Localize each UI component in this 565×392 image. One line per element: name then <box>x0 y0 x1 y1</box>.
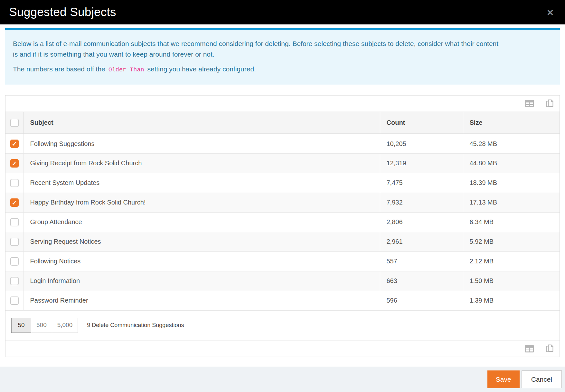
count-cell: 10,205 <box>380 134 463 153</box>
column-header-count[interactable]: Count <box>380 112 463 134</box>
page-size-group: 505005,000 <box>11 318 78 333</box>
column-header-subject[interactable]: Subject <box>24 112 380 134</box>
close-icon[interactable]: × <box>545 6 555 18</box>
subject-cell: Giving Receipt from Rock Solid Church <box>24 153 380 173</box>
count-cell: 2,961 <box>380 232 463 251</box>
copy-icon[interactable] <box>546 344 554 353</box>
copy-icon[interactable] <box>546 99 554 108</box>
table-body: Following Suggestions 10,205 45.28 MB Gi… <box>5 134 560 310</box>
suggestions-grid-panel: Subject Count Size Following Suggestions… <box>5 95 560 357</box>
table-columns-icon[interactable] <box>525 100 534 107</box>
size-cell: 1.39 MB <box>463 291 560 310</box>
row-checkbox-cell <box>5 173 24 193</box>
size-cell: 5.92 MB <box>463 232 560 251</box>
count-cell: 596 <box>380 291 463 310</box>
table-row: Recent System Updates 7,475 18.39 MB <box>5 173 560 193</box>
count-cell: 12,319 <box>380 153 463 173</box>
row-checkbox-cell <box>5 291 24 310</box>
row-checkbox[interactable] <box>10 179 19 187</box>
count-cell: 663 <box>380 271 463 291</box>
pager-summary: 9 Delete Communication Suggestions <box>87 322 184 329</box>
row-checkbox[interactable] <box>10 257 19 266</box>
row-checkbox[interactable] <box>10 198 19 207</box>
suggestions-table: Subject Count Size Following Suggestions… <box>5 112 560 311</box>
table-row: Password Reminder 596 1.39 MB <box>5 291 560 310</box>
subject-cell: Happy Birthday from Rock Solid Church! <box>24 193 380 212</box>
grid-pager: 505005,000 9 Delete Communication Sugges… <box>5 311 560 341</box>
subject-cell: Password Reminder <box>24 291 380 310</box>
size-cell: 2.12 MB <box>463 251 560 271</box>
table-row: Following Suggestions 10,205 45.28 MB <box>5 134 560 153</box>
row-checkbox[interactable] <box>10 238 19 246</box>
row-checkbox-cell <box>5 153 24 173</box>
page-size-button[interactable]: 5,000 <box>52 318 78 333</box>
row-checkbox[interactable] <box>10 296 19 305</box>
row-checkbox[interactable] <box>10 218 19 226</box>
select-all-cell <box>5 112 24 134</box>
column-header-size[interactable]: Size <box>463 112 560 134</box>
table-row: Giving Receipt from Rock Solid Church 12… <box>5 153 560 173</box>
page-size-button[interactable]: 50 <box>11 318 31 333</box>
count-cell: 2,806 <box>380 212 463 232</box>
size-cell: 45.28 MB <box>463 134 560 153</box>
size-cell: 6.34 MB <box>463 212 560 232</box>
page-size-button[interactable]: 500 <box>31 318 52 333</box>
table-row: Following Notices 557 2.12 MB <box>5 251 560 271</box>
save-button[interactable]: Save <box>487 370 520 388</box>
subject-cell: Following Suggestions <box>24 134 380 153</box>
count-cell: 7,475 <box>380 173 463 193</box>
size-cell: 44.80 MB <box>463 153 560 173</box>
table-row: Group Attendance 2,806 6.34 MB <box>5 212 560 232</box>
row-checkbox-cell <box>5 271 24 291</box>
modal-header: Suggested Subjects × <box>0 0 565 24</box>
table-header-row: Subject Count Size <box>5 112 560 134</box>
count-cell: 557 <box>380 251 463 271</box>
table-row: Happy Birthday from Rock Solid Church! 7… <box>5 193 560 212</box>
row-checkbox-cell <box>5 212 24 232</box>
subject-cell: Group Attendance <box>24 212 380 232</box>
modal-title: Suggested Subjects <box>9 5 116 19</box>
table-columns-icon[interactable] <box>525 345 534 352</box>
count-cell: 7,932 <box>380 193 463 212</box>
subject-cell: Following Notices <box>24 251 380 271</box>
info-box: Below is a list of e-mail communication … <box>5 28 560 85</box>
size-cell: 1.50 MB <box>463 271 560 291</box>
select-all-checkbox[interactable] <box>10 119 19 127</box>
table-row: Login Information 663 1.50 MB <box>5 271 560 291</box>
row-checkbox-cell <box>5 251 24 271</box>
row-checkbox-cell <box>5 232 24 251</box>
row-checkbox-cell <box>5 193 24 212</box>
cancel-button[interactable]: Cancel <box>522 370 562 388</box>
subject-cell: Recent System Updates <box>24 173 380 193</box>
row-checkbox[interactable] <box>10 140 19 148</box>
subject-cell: Login Information <box>24 271 380 291</box>
modal-footer: Save Cancel <box>0 367 565 392</box>
info-paragraph-2: The numbers are based off the Older Than… <box>13 64 552 75</box>
table-row: Serving Request Notices 2,961 5.92 MB <box>5 232 560 251</box>
size-cell: 17.13 MB <box>463 193 560 212</box>
size-cell: 18.39 MB <box>463 173 560 193</box>
subject-cell: Serving Request Notices <box>24 232 380 251</box>
info-paragraph-1: Below is a list of e-mail communication … <box>13 39 499 59</box>
older-than-code: Older Than <box>107 67 146 73</box>
grid-toolbar-top <box>5 96 560 112</box>
info-paragraph-2-suffix: setting you have already configured. <box>147 65 256 73</box>
grid-toolbar-bottom <box>5 341 560 357</box>
info-paragraph-2-prefix: The numbers are based off the <box>13 65 105 73</box>
row-checkbox[interactable] <box>10 277 19 285</box>
row-checkbox-cell <box>5 134 24 153</box>
row-checkbox[interactable] <box>10 159 19 168</box>
